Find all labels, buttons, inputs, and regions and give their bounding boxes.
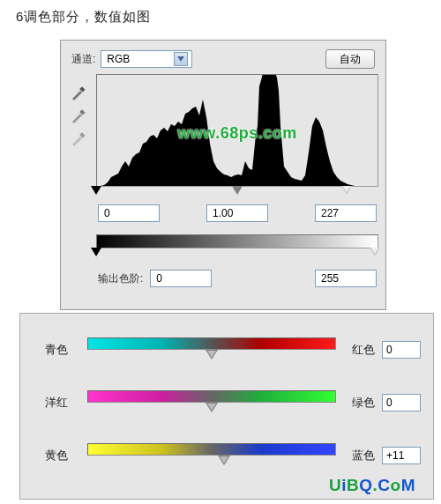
input-white-field[interactable]: 227 — [315, 204, 377, 222]
page-caption: 6调色部分，数值如图 — [0, 0, 441, 26]
eyedropper-group — [68, 85, 89, 148]
eyedropper-black-icon[interactable] — [68, 85, 89, 102]
input-mid-slider[interactable] — [232, 186, 243, 195]
output-white-field[interactable]: 255 — [315, 270, 377, 287]
channel-select[interactable]: RGB — [101, 50, 192, 68]
cb-slider-magenta-green[interactable] — [87, 403, 336, 415]
output-slider-track[interactable] — [96, 248, 378, 261]
color-balance-panel: 青色 红色 0 洋红 绿色 0 黄色 蓝色 +11 — [19, 313, 434, 500]
watermark-uibq: UiBQ.CoM — [329, 476, 415, 495]
input-value-row: 0 1.00 227 — [96, 204, 378, 222]
histogram: www.68ps.com — [96, 74, 378, 187]
cb-thumb-cyan-red[interactable] — [206, 350, 218, 359]
cb-slider-cyan-red[interactable] — [87, 350, 336, 362]
cb-thumb-yellow-blue[interactable] — [218, 456, 230, 465]
cb-row-cyan-red: 青色 红色 0 — [45, 328, 421, 372]
cb-left-label: 洋红 — [45, 395, 82, 411]
auto-button[interactable]: 自动 — [325, 49, 375, 69]
cb-right-label: 红色 — [341, 342, 375, 358]
eyedropper-gray-icon[interactable] — [68, 107, 89, 125]
input-slider-track[interactable] — [96, 187, 378, 197]
output-value-row: 输出色阶: 0 255 — [96, 270, 378, 287]
cb-value-yellow-blue[interactable]: +11 — [382, 447, 421, 464]
cb-right-label: 绿色 — [341, 395, 375, 411]
cb-row-yellow-blue: 黄色 蓝色 +11 — [45, 434, 421, 478]
cb-thumb-magenta-green[interactable] — [206, 403, 218, 412]
cb-right-label: 蓝色 — [341, 448, 375, 463]
cb-left-label: 青色 — [45, 342, 82, 358]
output-black-slider[interactable] — [91, 248, 101, 256]
cb-value-magenta-green[interactable]: 0 — [382, 394, 421, 411]
levels-top-row: 通道: RGB 自动 — [61, 41, 385, 74]
output-gradient — [96, 234, 378, 248]
output-black-field[interactable]: 0 — [150, 270, 212, 287]
watermark-68ps: www.68ps.com — [177, 124, 296, 143]
histogram-area: www.68ps.com 0 1.00 227 输出色阶: 0 255 — [96, 74, 378, 287]
cb-gradient-yellow-blue — [87, 443, 336, 456]
input-white-slider[interactable] — [341, 186, 352, 195]
cb-row-magenta-green: 洋红 绿色 0 — [45, 381, 421, 425]
eyedropper-white-icon[interactable] — [68, 130, 89, 148]
cb-slider-yellow-blue[interactable] — [87, 456, 336, 468]
cb-gradient-cyan-red — [87, 337, 336, 350]
cb-value-cyan-red[interactable]: 0 — [382, 341, 421, 359]
input-black-field[interactable]: 0 — [98, 204, 160, 222]
channel-select-value: RGB — [107, 53, 130, 65]
cb-gradient-magenta-green — [87, 390, 336, 403]
output-label: 输出色阶: — [98, 271, 143, 286]
levels-panel: 通道: RGB 自动 www.68ps.com — [60, 40, 386, 310]
input-black-slider[interactable] — [91, 186, 101, 195]
input-mid-field[interactable]: 1.00 — [206, 204, 268, 222]
channel-label: 通道: — [71, 52, 95, 67]
output-white-slider[interactable] — [370, 248, 380, 256]
cb-left-label: 黄色 — [45, 448, 82, 463]
chevron-down-icon[interactable] — [174, 52, 188, 66]
